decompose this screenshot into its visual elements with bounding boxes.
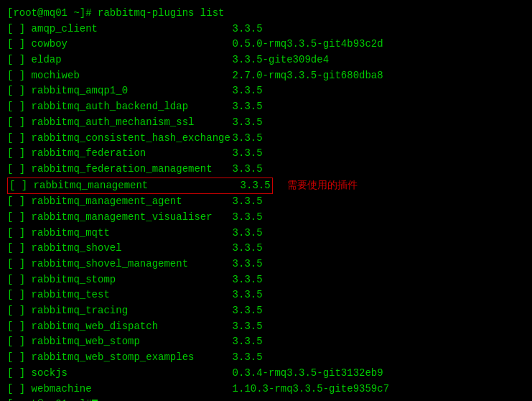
plugin-name: rabbitmq_web_stomp bbox=[32, 334, 233, 350]
plugin-row: [ ] rabbitmq_management3.3.5 需要使用的插件 bbox=[7, 178, 525, 195]
plugin-row: [ ] amqp_client3.3.5 bbox=[7, 22, 525, 37]
plugin-version: 0.3.4-rmq3.3.5-git3132eb9 bbox=[233, 366, 383, 382]
plugin-row: [ ] rabbitmq_web_dispatch3.3.5 bbox=[7, 319, 525, 335]
bracket: [ ] bbox=[7, 162, 32, 178]
plugin-row: [ ] sockjs0.3.4-rmq3.3.5-git3132eb9 bbox=[7, 366, 525, 382]
bracket: [ ] bbox=[7, 382, 32, 397]
plugin-name: mochiweb bbox=[32, 68, 233, 84]
bracket: [ ] bbox=[7, 272, 32, 288]
bracket: [ ] bbox=[7, 226, 32, 241]
plugin-row: [ ] rabbitmq_tracing3.3.5 bbox=[7, 303, 525, 319]
bracket: [ ] bbox=[7, 146, 32, 162]
plugin-name: rabbitmq_shovel_management bbox=[32, 257, 233, 272]
plugin-version: 3.3.5 bbox=[233, 287, 263, 303]
bracket: [ ] bbox=[7, 83, 32, 99]
bracket: [ ] bbox=[7, 303, 32, 319]
plugin-version: 3.3.5 bbox=[233, 319, 263, 335]
plugin-row: [ ] rabbitmq_management_agent3.3.5 bbox=[7, 194, 525, 210]
plugin-version: 3.3.5 bbox=[233, 115, 263, 131]
plugin-name: rabbitmq_management_visualiser bbox=[32, 210, 233, 226]
plugin-name: rabbitmq_web_dispatch bbox=[32, 319, 233, 335]
command-prompt: [root@mq01 ~]# rabbitmq-plugins list bbox=[7, 6, 224, 22]
bracket: [ ] bbox=[7, 115, 32, 131]
bracket: [ ] bbox=[7, 366, 32, 382]
plugin-name: rabbitmq_auth_mechanism_ssl bbox=[32, 115, 233, 131]
terminal: [root@mq01 ~]# rabbitmq-plugins list [ ]… bbox=[0, 0, 532, 401]
bracket: [ ] bbox=[9, 178, 34, 194]
plugin-version: 2.7.0-rmq3.3.5-git680dba8 bbox=[233, 68, 383, 84]
plugin-row: [ ] rabbitmq_amqp1_03.3.5 bbox=[7, 83, 525, 99]
plugin-row: [ ] rabbitmq_shovel3.3.5 bbox=[7, 241, 525, 257]
plugin-name: rabbitmq_shovel bbox=[32, 241, 233, 257]
bracket: [ ] bbox=[7, 350, 32, 366]
plugin-row: [ ] eldap3.3.5-gite309de4 bbox=[7, 52, 525, 68]
plugin-version: 3.3.5 bbox=[233, 83, 263, 99]
plugin-name: rabbitmq_auth_backend_ldap bbox=[32, 99, 233, 115]
plugin-name: rabbitmq_amqp1_0 bbox=[32, 83, 233, 99]
plugin-row: [ ] rabbitmq_web_stomp3.3.5 bbox=[7, 334, 525, 350]
plugin-name: rabbitmq_federation_management bbox=[32, 162, 233, 178]
plugin-version: 3.3.5 bbox=[233, 334, 263, 350]
plugin-version: 1.10.3-rmq3.3.5-gite9359c7 bbox=[233, 382, 389, 397]
plugin-version: 3.3.5 bbox=[233, 194, 263, 210]
bracket: [ ] bbox=[7, 334, 32, 350]
plugin-version: 3.3.5 bbox=[241, 178, 271, 194]
bracket: [ ] bbox=[7, 257, 32, 272]
plugin-name: rabbitmq_management bbox=[34, 178, 235, 194]
plugin-version: 0.5.0-rmq3.3.5-git4b93c2d bbox=[233, 37, 383, 52]
bracket: [ ] bbox=[7, 287, 32, 303]
plugin-version: 3.3.5-gite309de4 bbox=[233, 52, 329, 68]
plugin-name: rabbitmq_federation bbox=[32, 146, 233, 162]
plugin-row: [ ] rabbitmq_federation_management3.3.5 bbox=[7, 162, 525, 178]
plugin-row: [ ] rabbitmq_management_visualiser3.3.5 bbox=[7, 210, 525, 226]
plugin-version: 3.3.5 bbox=[233, 131, 263, 147]
plugin-row: [ ] rabbitmq_auth_mechanism_ssl3.3.5 bbox=[7, 115, 525, 131]
plugin-row: [ ] rabbitmq_shovel_management3.3.5 bbox=[7, 257, 525, 272]
plugin-version: 3.3.5 bbox=[233, 257, 263, 272]
plugin-row: [ ] webmachine1.10.3-rmq3.3.5-gite9359c7 bbox=[7, 382, 525, 397]
plugin-version: 3.3.5 bbox=[233, 226, 263, 241]
plugin-row: [ ] rabbitmq_web_stomp_examples3.3.5 bbox=[7, 350, 525, 366]
plugin-name: webmachine bbox=[32, 382, 233, 397]
bracket: [ ] bbox=[7, 131, 32, 147]
annotation: 需要使用的插件 bbox=[287, 178, 358, 194]
plugin-name: rabbitmq_mqtt bbox=[32, 226, 233, 241]
plugin-version: 3.3.5 bbox=[233, 162, 263, 178]
plugin-name: rabbitmq_test bbox=[32, 287, 233, 303]
plugin-name: rabbitmq_tracing bbox=[32, 303, 233, 319]
bracket: [ ] bbox=[7, 210, 32, 226]
bracket: [ ] bbox=[7, 99, 32, 115]
plugin-name: cowboy bbox=[32, 37, 233, 52]
plugin-name: rabbitmq_stomp bbox=[32, 272, 233, 288]
plugin-row: [ ] cowboy0.5.0-rmq3.3.5-git4b93c2d bbox=[7, 37, 525, 52]
next-prompt: [root@mq01 ~]# bbox=[7, 397, 92, 401]
plugin-name: rabbitmq_web_stomp_examples bbox=[32, 350, 233, 366]
bracket: [ ] bbox=[7, 241, 32, 257]
plugin-name: sockjs bbox=[32, 366, 233, 382]
plugin-row: [ ] rabbitmq_auth_backend_ldap3.3.5 bbox=[7, 99, 525, 115]
plugin-name: rabbitmq_consistent_hash_exchange bbox=[32, 131, 233, 147]
plugin-name: eldap bbox=[32, 52, 233, 68]
plugin-version: 3.3.5 bbox=[233, 303, 263, 319]
prompt-line: [root@mq01 ~]# rabbitmq-plugins list bbox=[7, 6, 525, 22]
plugin-name: amqp_client bbox=[32, 22, 233, 37]
plugin-list: [ ] amqp_client3.3.5 [ ] cowboy0.5.0-rmq… bbox=[7, 22, 525, 397]
plugin-row: [ ] rabbitmq_consistent_hash_exchange3.3… bbox=[7, 131, 525, 147]
bracket: [ ] bbox=[7, 194, 32, 210]
plugin-version: 3.3.5 bbox=[233, 22, 263, 37]
plugin-version: 3.3.5 bbox=[233, 99, 263, 115]
bracket: [ ] bbox=[7, 68, 32, 84]
plugin-row: [ ] rabbitmq_mqtt3.3.5 bbox=[7, 226, 525, 241]
plugin-row: [ ] rabbitmq_stomp3.3.5 bbox=[7, 272, 525, 288]
plugin-version: 3.3.5 bbox=[233, 210, 263, 226]
next-prompt-line: [root@mq01 ~]# bbox=[7, 397, 525, 401]
plugin-row: [ ] rabbitmq_test3.3.5 bbox=[7, 287, 525, 303]
bracket: [ ] bbox=[7, 52, 32, 68]
plugin-version: 3.3.5 bbox=[233, 146, 263, 162]
plugin-name: rabbitmq_management_agent bbox=[32, 194, 233, 210]
bracket: [ ] bbox=[7, 22, 32, 37]
bracket: [ ] bbox=[7, 37, 32, 52]
plugin-version: 3.3.5 bbox=[233, 272, 263, 288]
plugin-version: 3.3.5 bbox=[233, 241, 263, 257]
bracket: [ ] bbox=[7, 319, 32, 335]
